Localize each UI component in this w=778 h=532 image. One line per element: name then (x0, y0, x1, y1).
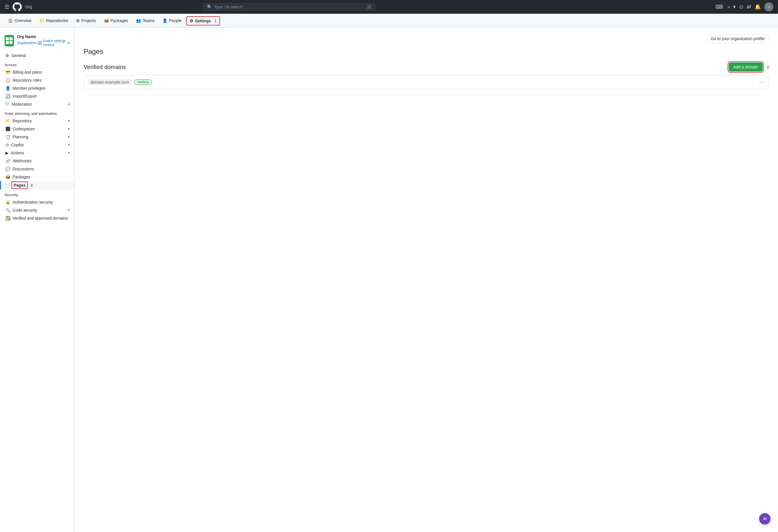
sidebar-item-billing[interactable]: 💳 Billing and plans (0, 68, 74, 76)
sidebar-item-general[interactable]: ⚙ General (0, 52, 74, 60)
inbox-icon-btn[interactable]: 🔔 (755, 4, 761, 10)
codespaces-chevron: ▾ (68, 127, 70, 131)
pr-icon-btn[interactable]: ⇄ (747, 4, 751, 10)
go-to-org-profile-btn[interactable]: Go to your organization profile (706, 34, 769, 43)
main-content: Go to your organization profile Pages Ve… (74, 27, 778, 532)
import-export-label: Import/Export (13, 94, 37, 98)
nav-settings[interactable]: ⚙ Settings 1 (186, 16, 220, 25)
avatar[interactable]: U (764, 2, 773, 11)
top-nav-left: ☰ Org (5, 2, 32, 11)
switch-icon: 🔄 (37, 41, 42, 45)
sidebar-item-verified-domains[interactable]: ✅ Verified and approved domains (0, 214, 74, 222)
sidebar-item-repository[interactable]: 📁 Repository ▾ (0, 117, 74, 125)
nav-people[interactable]: 👤 People (159, 16, 185, 25)
security-section-label: Security (0, 190, 74, 198)
sidebar-item-webhooks[interactable]: 🔗 Webhooks (0, 157, 74, 165)
org-label: Organization (17, 41, 36, 45)
terminal-icon-btn[interactable]: ⌨ (715, 4, 723, 10)
search-placeholder: Type / to search (214, 5, 243, 9)
planning-chevron: ▾ (68, 135, 70, 139)
pages-label: Pages (13, 183, 27, 188)
sidebar-item-pages[interactable]: 📄 Pages 2 (0, 181, 74, 190)
code-security-chevron: ▾ (68, 208, 70, 212)
page-layout: Org Name Organization 🔄 Switch settings … (0, 27, 778, 532)
search-bar[interactable]: 🔍 Type / to search / (204, 3, 375, 11)
hamburger-icon[interactable]: ☰ (5, 4, 9, 10)
sidebar-item-discussions[interactable]: 💬 Discussions (0, 165, 74, 173)
repo-roles-label: Repository roles (13, 78, 42, 82)
sidebar-item-moderation[interactable]: 🛡 Moderation ▾ (0, 100, 74, 108)
repository-icon: 📁 (5, 118, 10, 123)
discussions-icon: 💬 (5, 167, 10, 171)
org-navigation: 🏠 Overview 📁 Repositories ⊞ Projects 📦 P… (0, 14, 778, 27)
verified-domains-section-header: Verified domains Add a domain 3 (84, 63, 769, 72)
sidebar-item-member-privileges[interactable]: 👤 Member privileges (0, 84, 74, 92)
annotation-1: 1 (214, 19, 216, 23)
actions-icon: ▶ (5, 151, 9, 155)
nav-people-label: People (169, 18, 181, 23)
sidebar-item-repo-roles[interactable]: 📋 Repository roles (0, 76, 74, 84)
sidebar-org-name: Org Name (17, 34, 70, 39)
nav-teams[interactable]: 👥 Teams (133, 16, 158, 25)
search-icon: 🔍 (207, 5, 212, 9)
webhooks-label: Webhooks (13, 159, 31, 163)
access-section-label: Access (0, 60, 74, 68)
copilot-icon: ⊙ (5, 143, 9, 147)
member-privileges-label: Member privileges (13, 86, 45, 90)
code-security-icon: 🔍 (5, 208, 10, 212)
moderation-icon: 🛡 (5, 102, 9, 106)
org-profile-header: Go to your organization profile (84, 34, 769, 43)
nav-projects[interactable]: ⊞ Projects (73, 16, 99, 25)
code-security-label: Code security (13, 208, 37, 212)
import-export-icon: 🔄 (5, 94, 10, 98)
billing-icon: 💳 (5, 70, 10, 74)
repositories-icon: 📁 (39, 18, 44, 23)
annotation-3: 3 (767, 65, 769, 69)
domain-more-btn[interactable]: ··· (759, 80, 764, 85)
plus-btn[interactable]: ＋ ▾ (726, 3, 735, 10)
pages-icon: 📄 (5, 183, 10, 188)
billing-label: Billing and plans (13, 70, 42, 74)
chevron-down-icon: ▾ (68, 41, 70, 45)
sidebar-item-code-security[interactable]: 🔍 Code security ▾ (0, 206, 74, 214)
sidebar-item-copilot[interactable]: ⊙ Copilot ▾ (0, 141, 74, 149)
switch-context-btn[interactable]: Organization 🔄 Switch settings context ▾ (17, 39, 70, 47)
copilot-chevron: ▾ (68, 143, 70, 147)
ai-badge[interactable]: Ai (759, 513, 771, 525)
sidebar: Org Name Organization 🔄 Switch settings … (0, 27, 74, 532)
sidebar-item-planning[interactable]: 📋 Planning ▾ (0, 133, 74, 141)
sidebar-item-codespaces[interactable]: ⬛ Codespaces ▾ (0, 125, 74, 133)
moderation-chevron: ▾ (68, 102, 70, 106)
add-domain-button[interactable]: Add a domain (729, 63, 763, 72)
sidebar-item-actions[interactable]: ▶ Actions ▾ (0, 149, 74, 157)
activity-icon-btn[interactable]: ⊙ (739, 4, 743, 10)
sidebar-item-packages[interactable]: 📦 Packages (0, 173, 74, 181)
sidebar-item-auth-security[interactable]: 🔒 Authentication security (0, 198, 74, 206)
planning-label: Planning (13, 135, 28, 139)
domain-card: domain.example.com Verified ··· (84, 75, 769, 89)
verified-domains-icon: ✅ (5, 216, 10, 220)
svg-rect-3 (10, 41, 13, 44)
actions-chevron: ▾ (68, 151, 70, 155)
nav-repositories[interactable]: 📁 Repositories (36, 16, 72, 25)
svg-rect-0 (6, 37, 9, 40)
nav-repositories-label: Repositories (46, 18, 68, 23)
repo-roles-icon: 📋 (5, 78, 10, 82)
codespaces-icon: ⬛ (5, 126, 10, 131)
people-icon: 👤 (162, 18, 167, 23)
search-kbd: / (367, 5, 371, 9)
svg-rect-2 (6, 41, 9, 44)
org-avatar (5, 35, 14, 47)
nav-overview[interactable]: 🏠 Overview (5, 16, 35, 25)
svg-rect-1 (10, 37, 13, 40)
packages-sidebar-icon: 📦 (5, 175, 10, 179)
codespaces-label: Codespaces (13, 126, 35, 131)
nav-overview-label: Overview (15, 18, 31, 23)
actions-label: Actions (11, 151, 24, 155)
auth-security-label: Authentication security (13, 200, 53, 204)
auth-security-icon: 🔒 (5, 200, 10, 204)
sidebar-item-import-export[interactable]: 🔄 Import/Export (0, 92, 74, 100)
moderation-label: Moderation (12, 102, 32, 106)
nav-packages[interactable]: 📦 Packages (100, 16, 132, 25)
verified-domains-title: Verified domains (84, 64, 126, 71)
